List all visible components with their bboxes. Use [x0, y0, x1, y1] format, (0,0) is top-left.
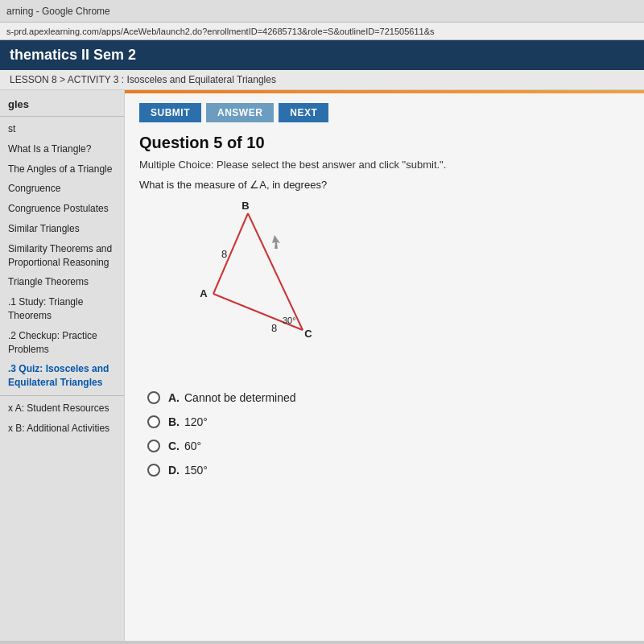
- triangle-diagram: B A C 8 8 30°: [155, 199, 630, 378]
- sidebar-item-additional-activities[interactable]: x B: Additional Activities: [0, 419, 124, 439]
- sidebar-item-quiz-isosceles[interactable]: .3 Quiz: Isosceles and Equilateral Trian…: [0, 359, 124, 393]
- sidebar-item-congruence-postulates[interactable]: Congruence Postulates: [0, 199, 124, 219]
- answer-button[interactable]: ANSWER: [206, 103, 274, 122]
- answer-choices: A. Cannot be determined B. 120° C. 60° D…: [147, 391, 630, 477]
- app-title: thematics II Sem 2: [10, 47, 136, 63]
- triangle-svg: B A C 8 8 30°: [155, 199, 341, 376]
- svg-text:8: 8: [221, 248, 227, 260]
- sidebar: gles st What Is a Triangle? The Angles o…: [0, 90, 125, 641]
- question-instruction: Multiple Choice: Please select the best …: [139, 159, 630, 171]
- sidebar-item-angles-of-triangle[interactable]: The Angles of a Triangle: [0, 159, 124, 180]
- sidebar-item-checkup[interactable]: .2 Checkup: Practice Problems: [0, 326, 124, 360]
- sidebar-section-title: gles: [0, 95, 124, 114]
- sidebar-item-what-is-triangle[interactable]: What Is a Triangle?: [0, 139, 124, 159]
- question-text: What is the measure of ∠A, in degrees?: [139, 179, 630, 191]
- sidebar-item-similarity-theorems[interactable]: Similarity Theorems and Proportional Rea…: [0, 239, 124, 273]
- breadcrumb: LESSON 8 > ACTIVITY 3 : Isosceles and Eq…: [0, 70, 644, 90]
- option-c-text: 60°: [184, 440, 201, 452]
- radio-a[interactable]: [147, 391, 160, 404]
- svg-text:8: 8: [271, 322, 277, 334]
- option-b-text: 120°: [184, 415, 208, 428]
- address-text: s-prd.apexlearning.com/apps/AceWeb/launc…: [6, 27, 435, 36]
- sidebar-item-student-resources[interactable]: x A: Student Resources: [0, 398, 124, 419]
- breadcrumb-text: LESSON 8 > ACTIVITY 3 : Isosceles and Eq…: [10, 74, 276, 85]
- radio-b[interactable]: [147, 415, 160, 428]
- main-layout: gles st What Is a Triangle? The Angles o…: [0, 90, 644, 641]
- sidebar-divider-2: [0, 395, 124, 396]
- option-c-label: C.: [168, 440, 180, 452]
- next-button[interactable]: NEXT: [279, 103, 328, 122]
- svg-marker-9: [272, 235, 280, 249]
- address-bar: s-prd.apexlearning.com/apps/AceWeb/launc…: [0, 23, 644, 40]
- sidebar-item-study-triangle-theorems[interactable]: .1 Study: Triangle Theorems: [0, 292, 124, 326]
- svg-line-0: [213, 213, 248, 294]
- option-a-label: A.: [168, 391, 180, 404]
- option-b[interactable]: B. 120°: [147, 415, 630, 428]
- sidebar-item-st[interactable]: st: [0, 119, 124, 139]
- svg-text:B: B: [242, 200, 249, 212]
- option-d[interactable]: D. 150°: [147, 464, 630, 477]
- option-d-label: D.: [168, 464, 180, 477]
- content-area: SUBMIT ANSWER NEXT Question 5 of 10 Mult…: [125, 90, 644, 641]
- svg-text:30°: 30°: [283, 316, 296, 325]
- sidebar-divider: [0, 116, 124, 117]
- option-d-text: 150°: [184, 464, 208, 477]
- app-header: thematics II Sem 2: [0, 40, 644, 70]
- submit-button[interactable]: SUBMIT: [139, 103, 201, 122]
- option-b-label: B.: [168, 415, 180, 428]
- svg-text:A: A: [200, 287, 208, 299]
- content-inner: SUBMIT ANSWER NEXT Question 5 of 10 Mult…: [125, 93, 644, 497]
- radio-d[interactable]: [147, 464, 160, 477]
- option-a[interactable]: A. Cannot be determined: [147, 391, 630, 404]
- svg-line-2: [248, 213, 303, 330]
- browser-title: arning - Google Chrome: [6, 6, 110, 17]
- option-a-text: Cannot be determined: [184, 391, 296, 404]
- browser-bar: arning - Google Chrome: [0, 0, 644, 23]
- sidebar-item-triangle-theorems[interactable]: Triangle Theorems: [0, 272, 124, 292]
- option-c[interactable]: C. 60°: [147, 440, 630, 452]
- radio-c[interactable]: [147, 440, 160, 452]
- sidebar-item-congruence[interactable]: Congruence: [0, 179, 124, 199]
- question-title: Question 5 of 10: [139, 134, 630, 152]
- toolbar: SUBMIT ANSWER NEXT: [139, 103, 630, 122]
- svg-text:C: C: [304, 328, 312, 340]
- sidebar-item-similar-triangles[interactable]: Similar Triangles: [0, 219, 124, 239]
